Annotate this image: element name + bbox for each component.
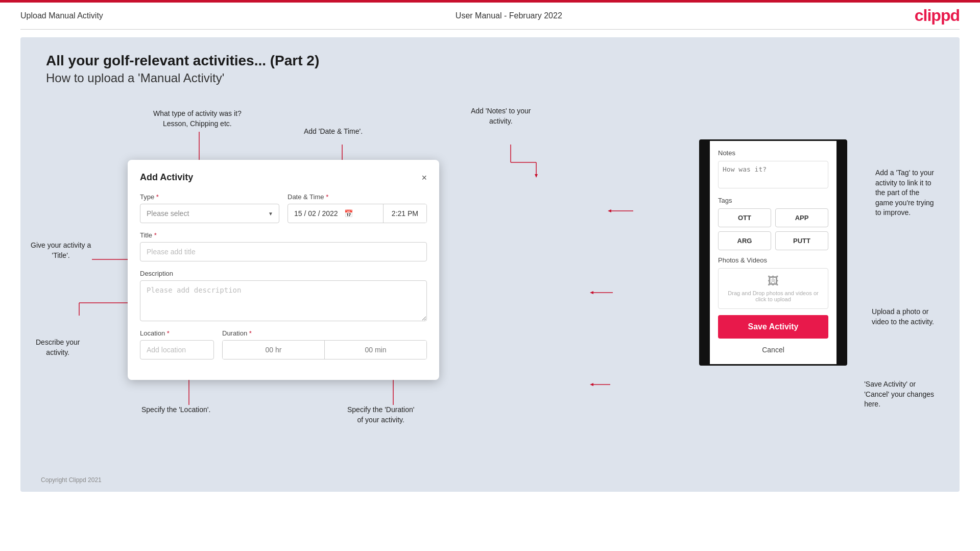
modal-title: Add Activity xyxy=(140,172,193,183)
title-label: Title * xyxy=(140,231,427,239)
tag-arg[interactable]: ARG xyxy=(718,231,771,250)
tags-label: Tags xyxy=(718,197,828,204)
page-title: Upload Manual Activity xyxy=(20,11,103,20)
notes-textarea[interactable] xyxy=(718,161,828,188)
description-group: Description xyxy=(140,270,427,321)
datetime-group: Date & Time * 15 / 02 / 2022 📅 2:21 PM xyxy=(288,193,427,223)
phone-panel: Notes Tags OTT APP ARG PUTT Photos & Vid… xyxy=(699,139,847,366)
title-group: Title * xyxy=(140,231,427,261)
callout-notes: Add 'Notes' to your activity. xyxy=(471,106,531,126)
cancel-link[interactable]: Cancel xyxy=(718,344,828,356)
add-activity-modal: Add Activity × Type * Please select Date… xyxy=(128,160,439,380)
title-required-star: * xyxy=(152,231,157,239)
tag-app[interactable]: APP xyxy=(775,208,828,227)
date-value: 15 / 02 / 2022 xyxy=(294,209,338,218)
description-label: Description xyxy=(140,270,427,277)
photos-label: Photos & Videos xyxy=(718,256,828,264)
location-group: Location * xyxy=(140,329,214,360)
calendar-icon: 📅 xyxy=(340,209,357,218)
location-input[interactable] xyxy=(140,340,214,360)
phone-right-border xyxy=(836,141,846,364)
datetime-label: Date & Time * xyxy=(288,193,427,201)
top-bar: Upload Manual Activity User Manual - Feb… xyxy=(0,0,980,29)
time-field[interactable]: 2:21 PM xyxy=(383,204,426,223)
tag-ott[interactable]: OTT xyxy=(718,208,771,227)
notes-label: Notes xyxy=(718,149,828,157)
duration-fields xyxy=(222,340,427,360)
type-select-wrapper: Please select xyxy=(140,204,279,223)
svg-marker-21 xyxy=(535,174,538,178)
location-label: Location * xyxy=(140,329,214,337)
callout-type: What type of activity was it? Lesson, Ch… xyxy=(153,109,242,129)
callout-save: 'Save Activity' or 'Cancel' your changes… xyxy=(864,379,934,410)
type-label: Type * xyxy=(140,193,279,201)
tag-putt[interactable]: PUTT xyxy=(775,231,828,250)
form-row-type-datetime: Type * Please select Date & Time * 15 / … xyxy=(140,193,427,223)
callout-duration: Specify the 'Duration' of your activity. xyxy=(347,405,414,425)
location-required-star: * xyxy=(165,329,170,337)
svg-marker-23 xyxy=(608,209,611,212)
upload-text: Drag and Drop photos and videos or click… xyxy=(728,290,818,302)
duration-min-input[interactable] xyxy=(324,341,426,359)
date-field[interactable]: 15 / 02 / 2022 📅 xyxy=(288,204,383,223)
callout-upload: Upload a photo or video to the activity. xyxy=(872,307,934,327)
duration-required-star: * xyxy=(247,329,252,337)
upload-icon: 🖼 xyxy=(768,275,779,288)
svg-marker-28 xyxy=(590,383,593,386)
logo: clippd xyxy=(915,6,960,25)
heading-sub: How to upload a 'Manual Activity' xyxy=(46,71,319,85)
callout-location: Specify the 'Location'. xyxy=(141,405,210,415)
footer-copyright: Copyright Clippd 2021 xyxy=(41,476,102,484)
phone-left-border xyxy=(701,141,710,364)
type-required-star: * xyxy=(154,193,159,201)
datetime-required-star: * xyxy=(324,193,329,201)
duration-hr-input[interactable] xyxy=(223,341,324,359)
callout-title: Give your activity a 'Title'. xyxy=(31,241,91,260)
svg-marker-26 xyxy=(590,291,593,294)
manual-label: User Manual - February 2022 xyxy=(456,11,562,20)
description-textarea[interactable] xyxy=(140,280,427,321)
duration-group: Duration * xyxy=(222,329,427,360)
main-content: All your golf-relevant activities... (Pa… xyxy=(20,37,960,492)
save-activity-button[interactable]: Save Activity xyxy=(718,315,828,339)
notes-section: Notes xyxy=(718,149,828,190)
modal-header: Add Activity × xyxy=(140,172,427,183)
callout-description: Describe your activity. xyxy=(36,338,80,357)
duration-label: Duration * xyxy=(222,329,427,337)
datetime-input-group: 15 / 02 / 2022 📅 2:21 PM xyxy=(288,204,427,223)
phone-inner: Notes Tags OTT APP ARG PUTT Photos & Vid… xyxy=(710,141,836,364)
section-heading: All your golf-relevant activities... (Pa… xyxy=(46,53,319,85)
form-row-location-duration: Location * Duration * xyxy=(140,329,427,360)
type-select[interactable]: Please select xyxy=(140,204,279,223)
modal-close-button[interactable]: × xyxy=(421,173,427,182)
callout-datetime: Add 'Date & Time'. xyxy=(304,127,363,137)
header-divider xyxy=(20,29,960,30)
tags-grid: OTT APP ARG PUTT xyxy=(718,208,828,250)
title-input[interactable] xyxy=(140,242,427,261)
photos-section: Photos & Videos 🖼 Drag and Drop photos a… xyxy=(718,256,828,309)
upload-area[interactable]: 🖼 Drag and Drop photos and videos or cli… xyxy=(718,268,828,309)
type-group: Type * Please select xyxy=(140,193,279,223)
callout-tags: Add a 'Tag' to your activity to link it … xyxy=(875,168,934,218)
tags-section: Tags OTT APP ARG PUTT xyxy=(718,197,828,250)
heading-bold: All your golf-relevant activities... (Pa… xyxy=(46,53,319,69)
